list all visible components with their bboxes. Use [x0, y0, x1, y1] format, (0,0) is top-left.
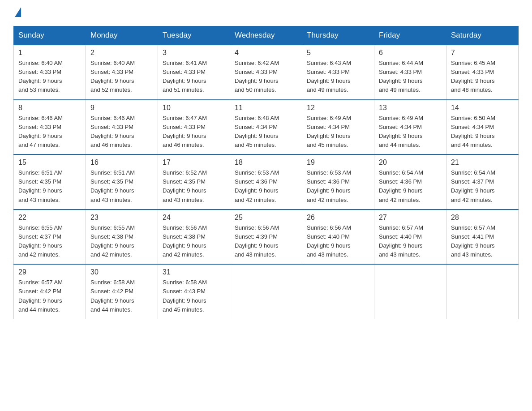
calendar-week-row: 8Sunrise: 6:46 AMSunset: 4:33 PMDaylight… [14, 100, 519, 155]
day-number: 23 [90, 214, 153, 222]
calendar-cell: 28Sunrise: 6:57 AMSunset: 4:41 PMDayligh… [446, 210, 519, 265]
day-number: 22 [18, 214, 81, 222]
day-number: 11 [235, 104, 297, 112]
day-info: Sunrise: 6:58 AMSunset: 4:43 PMDaylight:… [163, 278, 225, 314]
day-info: Sunrise: 6:57 AMSunset: 4:41 PMDaylight:… [451, 223, 514, 260]
day-info: Sunrise: 6:46 AMSunset: 4:33 PMDaylight:… [18, 114, 81, 150]
day-info: Sunrise: 6:56 AMSunset: 4:40 PMDaylight:… [307, 223, 369, 260]
day-number: 6 [379, 49, 442, 57]
calendar-header: SundayMondayTuesdayWednesdayThursdayFrid… [14, 26, 519, 45]
calendar-cell: 15Sunrise: 6:51 AMSunset: 4:35 PMDayligh… [14, 154, 86, 210]
calendar-cell: 21Sunrise: 6:54 AMSunset: 4:37 PMDayligh… [446, 154, 519, 210]
day-info: Sunrise: 6:57 AMSunset: 4:40 PMDaylight:… [379, 223, 442, 260]
calendar-cell: 12Sunrise: 6:49 AMSunset: 4:34 PMDayligh… [302, 100, 374, 155]
calendar-cell: 27Sunrise: 6:57 AMSunset: 4:40 PMDayligh… [374, 210, 446, 265]
day-info: Sunrise: 6:51 AMSunset: 4:35 PMDaylight:… [18, 168, 81, 205]
calendar-cell: 11Sunrise: 6:48 AMSunset: 4:34 PMDayligh… [230, 100, 302, 155]
day-info: Sunrise: 6:40 AMSunset: 4:33 PMDaylight:… [18, 59, 81, 95]
calendar-cell: 16Sunrise: 6:51 AMSunset: 4:35 PMDayligh… [86, 154, 158, 210]
calendar-cell: 9Sunrise: 6:46 AMSunset: 4:33 PMDaylight… [86, 100, 158, 155]
calendar-cell: 17Sunrise: 6:52 AMSunset: 4:35 PMDayligh… [158, 154, 230, 210]
calendar-cell [302, 264, 374, 319]
day-info: Sunrise: 6:58 AMSunset: 4:42 PMDaylight:… [90, 278, 153, 314]
day-number: 12 [307, 104, 369, 112]
day-number: 17 [163, 158, 225, 167]
day-info: Sunrise: 6:49 AMSunset: 4:34 PMDaylight:… [379, 114, 442, 150]
day-info: Sunrise: 6:51 AMSunset: 4:35 PMDaylight:… [90, 168, 153, 205]
day-number: 2 [90, 49, 153, 57]
day-number: 27 [379, 214, 442, 222]
day-info: Sunrise: 6:42 AMSunset: 4:33 PMDaylight:… [235, 59, 297, 95]
weekday-header-monday: Monday [86, 26, 158, 45]
calendar-cell [230, 264, 302, 319]
calendar-cell: 8Sunrise: 6:46 AMSunset: 4:33 PMDaylight… [14, 100, 86, 155]
calendar-cell: 3Sunrise: 6:41 AMSunset: 4:33 PMDaylight… [158, 45, 230, 100]
weekday-header-saturday: Saturday [446, 26, 519, 45]
day-info: Sunrise: 6:47 AMSunset: 4:33 PMDaylight:… [163, 114, 225, 150]
calendar-cell: 31Sunrise: 6:58 AMSunset: 4:43 PMDayligh… [158, 264, 230, 319]
calendar-week-row: 1Sunrise: 6:40 AMSunset: 4:33 PMDaylight… [14, 45, 519, 100]
day-info: Sunrise: 6:46 AMSunset: 4:33 PMDaylight:… [90, 114, 153, 150]
calendar-body: 1Sunrise: 6:40 AMSunset: 4:33 PMDaylight… [14, 45, 519, 319]
day-info: Sunrise: 6:54 AMSunset: 4:36 PMDaylight:… [379, 168, 442, 205]
calendar-table: SundayMondayTuesdayWednesdayThursdayFrid… [13, 26, 519, 319]
calendar-cell: 7Sunrise: 6:45 AMSunset: 4:33 PMDaylight… [446, 45, 519, 100]
day-info: Sunrise: 6:40 AMSunset: 4:33 PMDaylight:… [90, 59, 153, 95]
day-number: 1 [18, 49, 81, 57]
day-info: Sunrise: 6:50 AMSunset: 4:34 PMDaylight:… [451, 114, 514, 150]
weekday-header-tuesday: Tuesday [158, 26, 230, 45]
calendar-cell [374, 264, 446, 319]
logo-triangle-icon [15, 7, 21, 17]
day-number: 9 [90, 104, 153, 112]
calendar-cell: 1Sunrise: 6:40 AMSunset: 4:33 PMDaylight… [14, 45, 86, 100]
calendar-cell: 6Sunrise: 6:44 AMSunset: 4:33 PMDaylight… [374, 45, 446, 100]
day-info: Sunrise: 6:53 AMSunset: 4:36 PMDaylight:… [307, 168, 369, 205]
day-info: Sunrise: 6:57 AMSunset: 4:42 PMDaylight:… [18, 278, 81, 314]
calendar-cell: 5Sunrise: 6:43 AMSunset: 4:33 PMDaylight… [302, 45, 374, 100]
day-number: 7 [451, 49, 514, 57]
day-number: 21 [451, 158, 514, 167]
day-number: 28 [451, 214, 514, 222]
day-info: Sunrise: 6:56 AMSunset: 4:38 PMDaylight:… [163, 223, 225, 260]
calendar-cell: 13Sunrise: 6:49 AMSunset: 4:34 PMDayligh… [374, 100, 446, 155]
page-header [13, 9, 519, 17]
day-number: 26 [307, 214, 369, 222]
day-info: Sunrise: 6:44 AMSunset: 4:33 PMDaylight:… [379, 59, 442, 95]
weekday-header-row: SundayMondayTuesdayWednesdayThursdayFrid… [14, 26, 519, 45]
day-number: 13 [379, 104, 442, 112]
day-info: Sunrise: 6:53 AMSunset: 4:36 PMDaylight:… [235, 168, 297, 205]
day-info: Sunrise: 6:55 AMSunset: 4:38 PMDaylight:… [90, 223, 153, 260]
calendar-cell: 10Sunrise: 6:47 AMSunset: 4:33 PMDayligh… [158, 100, 230, 155]
calendar-cell: 22Sunrise: 6:55 AMSunset: 4:37 PMDayligh… [14, 210, 86, 265]
day-number: 25 [235, 214, 297, 222]
day-info: Sunrise: 6:52 AMSunset: 4:35 PMDaylight:… [163, 168, 225, 205]
day-number: 31 [163, 268, 225, 276]
day-info: Sunrise: 6:48 AMSunset: 4:34 PMDaylight:… [235, 114, 297, 150]
day-number: 10 [163, 104, 225, 112]
calendar-week-row: 29Sunrise: 6:57 AMSunset: 4:42 PMDayligh… [14, 264, 519, 319]
calendar-cell [446, 264, 519, 319]
day-number: 4 [235, 49, 297, 57]
day-info: Sunrise: 6:55 AMSunset: 4:37 PMDaylight:… [18, 223, 81, 260]
day-number: 20 [379, 158, 442, 167]
day-info: Sunrise: 6:56 AMSunset: 4:39 PMDaylight:… [235, 223, 297, 260]
day-info: Sunrise: 6:43 AMSunset: 4:33 PMDaylight:… [307, 59, 369, 95]
day-number: 8 [18, 104, 81, 112]
day-number: 5 [307, 49, 369, 57]
day-info: Sunrise: 6:49 AMSunset: 4:34 PMDaylight:… [307, 114, 369, 150]
day-info: Sunrise: 6:45 AMSunset: 4:33 PMDaylight:… [451, 59, 514, 95]
calendar-cell: 14Sunrise: 6:50 AMSunset: 4:34 PMDayligh… [446, 100, 519, 155]
calendar-cell: 20Sunrise: 6:54 AMSunset: 4:36 PMDayligh… [374, 154, 446, 210]
day-number: 19 [307, 158, 369, 167]
calendar-cell: 18Sunrise: 6:53 AMSunset: 4:36 PMDayligh… [230, 154, 302, 210]
day-info: Sunrise: 6:54 AMSunset: 4:37 PMDaylight:… [451, 168, 514, 205]
day-number: 16 [90, 158, 153, 167]
weekday-header-friday: Friday [374, 26, 446, 45]
day-number: 29 [18, 268, 81, 276]
calendar-week-row: 22Sunrise: 6:55 AMSunset: 4:37 PMDayligh… [14, 210, 519, 265]
day-info: Sunrise: 6:41 AMSunset: 4:33 PMDaylight:… [163, 59, 225, 95]
weekday-header-wednesday: Wednesday [230, 26, 302, 45]
day-number: 3 [163, 49, 225, 57]
logo [13, 9, 21, 17]
calendar-cell: 25Sunrise: 6:56 AMSunset: 4:39 PMDayligh… [230, 210, 302, 265]
